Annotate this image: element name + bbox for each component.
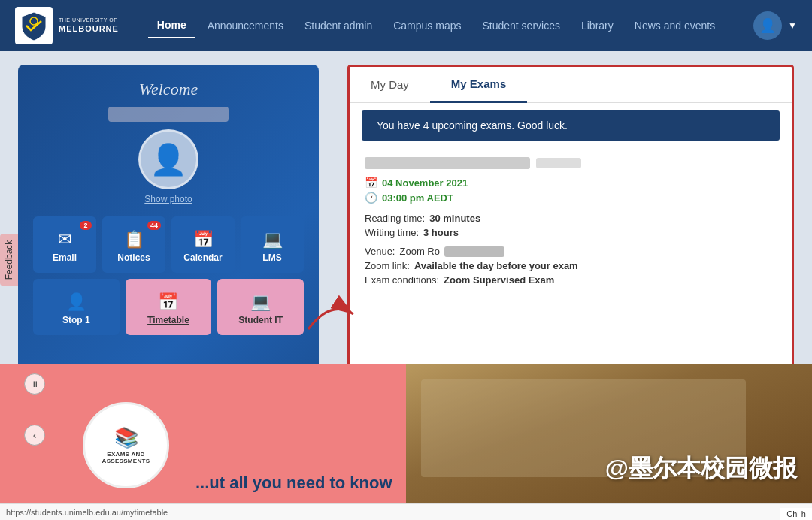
writing-time-row: Writing time: 3 hours [365, 227, 777, 238]
zoom-link-label: Zoom link: [365, 260, 410, 271]
timetable-label: Timetable [147, 315, 189, 325]
calendar-tile[interactable]: 📅 Calendar [171, 216, 235, 273]
exam-date: 04 November 2021 [382, 177, 468, 189]
user-menu-button[interactable]: 👤 [753, 11, 782, 40]
tabs-header: My Day My Exams [350, 67, 792, 103]
navbar: THE UNIVERSITY OF MELBOURNE Home Announc… [0, 0, 812, 51]
notices-icon: 📋 [124, 230, 144, 249]
url-bar: https://students.unimelb.edu.au/mytimeta… [0, 503, 812, 520]
nav-announcements[interactable]: Announcements [198, 14, 292, 38]
dropdown-arrow-icon[interactable]: ▼ [788, 20, 797, 31]
student-it-icon: 💻 [250, 292, 271, 312]
nav-student-services[interactable]: Student services [473, 14, 569, 38]
exams-circle-icon: 📚 [114, 426, 138, 449]
venue-value: Zoom Ro [400, 246, 440, 257]
student-it-tile[interactable]: 💻 Student IT [217, 279, 304, 335]
stop1-tile[interactable]: 👤 Stop 1 [33, 279, 120, 335]
calendar-green-icon: 📅 [365, 177, 377, 189]
chi-h-label: Chi h [780, 508, 812, 520]
logo: THE UNIVERSITY OF MELBOURNE [15, 7, 119, 44]
nav-student-admin[interactable]: Student admin [295, 14, 381, 38]
venue-label: Venue: [365, 246, 395, 257]
prev-slide-button[interactable]: ‹ [24, 425, 45, 446]
pause-button[interactable]: ⏸ [24, 373, 45, 395]
venue-row: Venue: Zoom Ro [365, 246, 777, 257]
email-icon: ✉ [58, 230, 71, 249]
avatar-icon: 👤 [150, 142, 187, 177]
exam-banner: You have 4 upcoming exams. Good luck. [362, 110, 780, 141]
user-icon: 👤 [759, 17, 776, 34]
exam-time-row: 🕐 03:00 pm AEDT [365, 192, 777, 204]
welcome-area: Welcome 👤 Show photo [33, 80, 304, 204]
email-badge: 2 [80, 221, 92, 230]
tab-my-exams[interactable]: My Exams [430, 67, 527, 103]
avatar: 👤 [138, 129, 198, 189]
email-label: Email [53, 252, 77, 263]
feedback-tab[interactable]: Feedback [0, 234, 18, 286]
nav-campus-maps[interactable]: Campus maps [384, 14, 470, 38]
nav-home[interactable]: Home [148, 13, 195, 38]
show-photo-link[interactable]: Show photo [144, 194, 192, 204]
tiles-row-2: 👤 Stop 1 📅 Timetable 💻 Student IT [33, 279, 304, 335]
reading-time-value: 30 minutes [429, 213, 480, 224]
bottom-section: ⏸ ‹ 📚 EXAMS AND ASSESSMENTS ...ut all yo… [0, 364, 812, 503]
clock-icon: 🕐 [365, 192, 377, 204]
nav-links: Home Announcements Student admin Campus … [119, 13, 753, 38]
circle-text-1: EXAMS AND [107, 451, 144, 458]
timetable-icon: 📅 [158, 292, 178, 312]
notices-label: Notices [117, 252, 150, 263]
bottom-text: ...ut all you need to know [195, 473, 392, 493]
lms-label: LMS [262, 252, 281, 263]
exam-details: 📅 04 November 2021 🕐 03:00 pm AEDT Readi… [350, 148, 792, 298]
tiles-row-1: 2 ✉ Email 44 📋 Notices 📅 Calendar 💻 LMS [33, 216, 304, 273]
exams-badge-circle: 📚 EXAMS AND ASSESSMENTS [83, 402, 169, 488]
calendar-icon: 📅 [193, 230, 214, 249]
welcome-text: Welcome [139, 80, 198, 99]
zoom-link-value: Available the day before your exam [414, 260, 578, 271]
nav-right: 👤 ▼ [753, 11, 797, 40]
lms-icon: 💻 [262, 230, 283, 249]
lms-tile[interactable]: 💻 LMS [241, 216, 304, 273]
nav-library[interactable]: Library [572, 14, 623, 38]
exam-conditions-label: Exam conditions: [365, 274, 439, 286]
logo-shield [15, 7, 53, 44]
url-text: https://students.unimelb.edu.au/mytimeta… [6, 508, 168, 517]
student-it-label: Student IT [238, 315, 283, 325]
writing-time-label: Writing time: [365, 227, 419, 238]
zoom-link-row: Zoom link: Available the day before your… [365, 260, 777, 271]
notices-badge: 44 [147, 221, 161, 230]
exam-title-row [365, 157, 777, 169]
watermark: @墨尔本校园微报 [605, 452, 797, 485]
exam-conditions-value: Zoom Supervised Exam [444, 274, 554, 286]
writing-time-value: 3 hours [423, 227, 459, 238]
reading-time-row: Reading time: 30 minutes [365, 213, 777, 224]
reading-time-label: Reading time: [365, 213, 425, 224]
logo-text: THE UNIVERSITY OF MELBOURNE [59, 17, 119, 34]
tab-my-day[interactable]: My Day [350, 67, 430, 102]
notices-tile[interactable]: 44 📋 Notices [102, 216, 165, 273]
email-tile[interactable]: 2 ✉ Email [33, 216, 96, 273]
circle-text-2: ASSESSMENTS [102, 458, 150, 464]
exam-time: 03:00 pm AEDT [382, 192, 453, 204]
stop1-label: Stop 1 [62, 315, 90, 325]
exam-conditions-row: Exam conditions: Zoom Supervised Exam [365, 274, 777, 286]
calendar-label: Calendar [183, 252, 222, 263]
timetable-tile[interactable]: 📅 Timetable [126, 279, 212, 335]
stop1-icon: 👤 [66, 292, 86, 312]
exam-date-row: 📅 04 November 2021 [365, 177, 777, 189]
nav-news-events[interactable]: News and events [626, 14, 724, 38]
